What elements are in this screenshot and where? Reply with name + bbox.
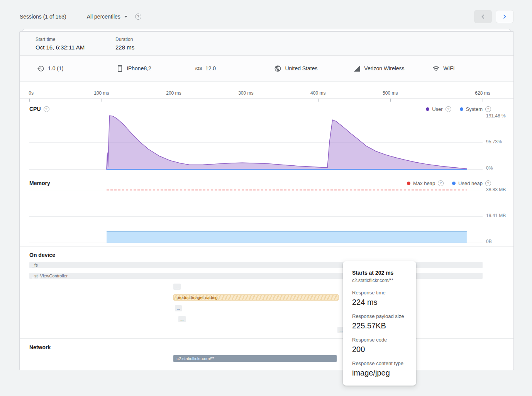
os-version-value: 12.0 — [205, 65, 216, 71]
system-legend-label: System — [466, 106, 483, 112]
response-payload-label: Response payload size — [352, 313, 407, 320]
legend-item-used-heap[interactable]: Used heap ? — [452, 180, 491, 186]
country-item: United States — [266, 65, 346, 72]
timeline-ruler: 0s 100 ms 200 ms 300 ms 400 ms 500 ms 62… — [20, 82, 513, 99]
tooltip-url: c2.staticflickr.com/** — [352, 277, 407, 284]
next-session-button[interactable] — [496, 10, 513, 23]
help-icon[interactable]: ? — [135, 14, 141, 20]
memory-legend: Max heap ? Used heap ? — [398, 180, 491, 186]
user-legend-dot — [426, 107, 429, 111]
chevron-down-icon — [122, 13, 130, 20]
legend-item-system[interactable]: System ? — [460, 106, 491, 112]
tooltip-title: Starts at 202 ms — [352, 269, 407, 277]
max-heap-legend-label: Max heap — [413, 180, 435, 186]
system-help-icon[interactable]: ? — [485, 106, 491, 112]
request-tooltip: Starts at 202 ms c2.staticflickr.com/** … — [343, 261, 416, 386]
device-model-value: iPhone8,2 — [127, 65, 151, 71]
response-content-type-value: image/jpeg — [352, 368, 407, 378]
duration-label: Duration — [115, 37, 195, 42]
app-version-value: 1.0 (1) — [48, 65, 63, 71]
timeline-tick-label: 100 ms — [94, 90, 109, 96]
memory-y-label-zero: 0B — [486, 239, 506, 245]
timeline-tick-label: 400 ms — [310, 90, 325, 96]
legend-item-user[interactable]: User ? — [426, 106, 451, 112]
used-heap-legend-dot — [452, 182, 456, 185]
used-heap-legend-label: Used heap — [458, 180, 483, 186]
cpu-title: CPU — [29, 106, 41, 112]
timeline-tick-label: 200 ms — [166, 90, 181, 96]
smartphone-icon — [116, 65, 124, 72]
user-legend-label: User — [432, 106, 442, 112]
cpu-y-label-mid: 95.73% — [486, 139, 506, 145]
memory-y-axis: 38.83 MB 19.41 MB 0B — [483, 187, 513, 243]
response-payload-value: 225.57KB — [352, 321, 407, 331]
start-time-label: Start time — [36, 37, 115, 42]
cpu-help-icon[interactable]: ? — [44, 106, 49, 112]
memory-section: Memory Max heap ? Used heap ? 38.83 MB — [20, 173, 513, 246]
response-code-value: 200 — [352, 344, 407, 354]
response-code-label: Response code — [352, 337, 407, 343]
history-icon — [37, 65, 44, 72]
app-version-item: 1.0 (1) — [29, 65, 108, 72]
max-heap-legend-dot — [407, 182, 410, 185]
response-time-label: Response time — [352, 289, 407, 296]
network-request-bar[interactable]: c2.staticflickr.com/** — [173, 355, 337, 362]
trace-chip[interactable]: ... — [173, 284, 180, 290]
cell-signal-icon — [353, 65, 361, 72]
sessions-count-label: Sessions (1 of 163) — [20, 14, 66, 20]
ios-icon: iOS — [195, 66, 202, 71]
network-title: Network — [29, 344, 513, 350]
chevron-left-icon — [479, 12, 487, 21]
network-request-label: c2.staticflickr.com/** — [173, 356, 214, 361]
device-info-row: 1.0 (1) iPhone8,2 iOS 12.0 United States… — [20, 56, 513, 82]
memory-y-label-mid: 19.41 MB — [486, 213, 506, 219]
percentiles-dropdown[interactable]: All percentiles — [87, 13, 130, 20]
network-section: Network c2.staticflickr.com/** — [20, 339, 513, 370]
timeline-tick-label: 628 ms — [475, 90, 490, 96]
trace-chip[interactable]: ... — [178, 316, 185, 322]
carrier-item: Verizon Wireless — [346, 65, 425, 72]
memory-chart[interactable] — [29, 187, 483, 243]
system-legend-dot — [460, 107, 463, 111]
memory-title: Memory — [29, 180, 50, 186]
network-type-item: WIFI — [425, 65, 504, 72]
on-device-section: On device _fs _st_ViewController ... pro… — [20, 246, 513, 339]
trace-bar-product-image-loading[interactable]: productImageLoading — [173, 294, 338, 301]
cpu-section: CPU ? User ? System ? 191.46 % — [20, 99, 513, 173]
cpu-y-label-zero: 0% — [486, 165, 506, 171]
percentiles-dropdown-label: All percentiles — [87, 14, 120, 20]
session-card: Start time Oct 16, 6:32:11 AM Duration 2… — [19, 31, 514, 370]
user-help-icon[interactable]: ? — [446, 106, 451, 112]
legend-item-max-heap[interactable]: Max heap ? — [407, 180, 444, 186]
trace-label: _fs — [29, 263, 38, 267]
used-heap-help-icon[interactable]: ? — [485, 180, 491, 186]
trace-label: _st_ViewController — [29, 274, 68, 278]
session-detail-page: { "colors": { "accent_blue": "#4285f4", … — [0, 0, 532, 396]
start-time-value: Oct 16, 6:32:11 AM — [36, 44, 115, 51]
memory-y-label-max: 38.83 MB — [486, 187, 506, 193]
session-summary: Start time Oct 16, 6:32:11 AM Duration 2… — [20, 32, 513, 56]
wifi-icon — [432, 65, 440, 72]
duration-value: 228 ms — [115, 44, 195, 51]
timeline-tick-label: 500 ms — [383, 90, 398, 96]
max-heap-help-icon[interactable]: ? — [438, 180, 444, 186]
country-value: United States — [285, 65, 317, 71]
carrier-value: Verizon Wireless — [364, 65, 404, 71]
trace-label: productImageLoading — [174, 295, 217, 300]
cpu-chart[interactable] — [29, 113, 483, 170]
on-device-title: On device — [29, 252, 513, 258]
session-nav — [474, 10, 513, 23]
response-content-type-label: Response content type — [352, 360, 407, 367]
device-model-item: iPhone8,2 — [108, 65, 188, 72]
cpu-legend: User ? System ? — [417, 106, 491, 112]
topbar: Sessions (1 of 163) All percentiles ? — [0, 0, 532, 23]
previous-session-button[interactable] — [474, 10, 492, 23]
timeline-tick-label: 300 ms — [238, 90, 253, 96]
cpu-y-axis: 191.46 % 95.73% 0% — [483, 113, 513, 170]
network-type-value: WIFI — [443, 65, 455, 71]
response-time-value: 224 ms — [352, 297, 407, 307]
trace-chip[interactable]: ... — [175, 305, 182, 311]
os-version-item: iOS 12.0 — [188, 65, 267, 71]
timeline-tick-label: 0s — [29, 90, 34, 96]
chevron-right-icon — [500, 12, 509, 21]
